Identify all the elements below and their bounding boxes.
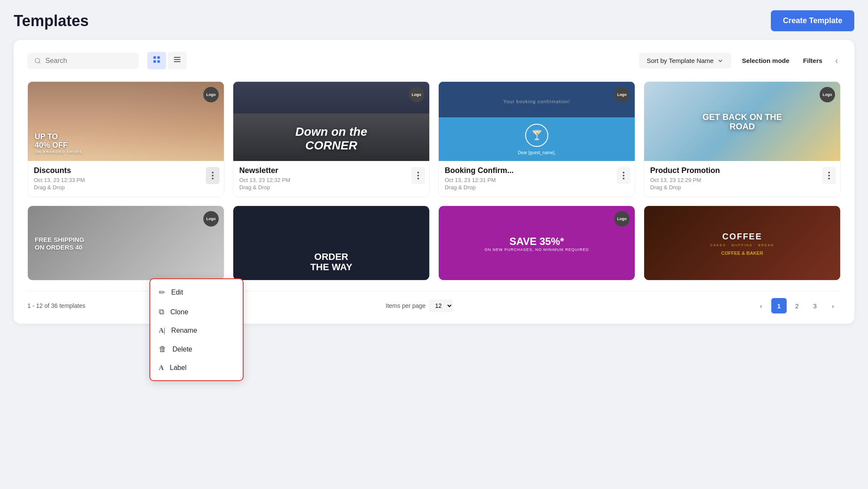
selection-mode-button[interactable]: Selection mode — [738, 53, 793, 69]
page-2-button[interactable]: 2 — [789, 298, 805, 313]
template-card-discounts: UP TO40% OFF ON BRANDED SHOES Logo Disco… — [27, 81, 224, 197]
grid-view-button[interactable] — [147, 52, 166, 69]
list-view-button[interactable] — [168, 52, 187, 69]
label-icon: A — [159, 364, 164, 372]
svg-line-1 — [39, 62, 40, 63]
card-info: Newsletter Oct 13, 23 12:32 PM Drag & Dr… — [233, 161, 429, 197]
card-date: Oct 13, 23 12:32 PM — [239, 177, 423, 183]
items-per-page-label: Items per page — [386, 302, 425, 309]
next-page-button[interactable]: › — [825, 298, 841, 313]
card-type: Drag & Drop — [239, 184, 423, 191]
prev-page-button[interactable]: ‹ — [753, 298, 769, 313]
context-menu-rename[interactable]: A| Rename — [150, 322, 243, 340]
card-info: Booking Confirm... Oct 13, 23 12:31 PM D… — [439, 161, 635, 197]
edit-icon: ✏ — [159, 288, 165, 297]
card-info: Product Promotion Oct 13, 23 12:29 PM Dr… — [644, 161, 840, 197]
template-card-coffee: COFFEE CAKES · MUFFINS · BREAD COFFEE & … — [644, 206, 841, 280]
pagination: ‹ 1 2 3 › — [753, 298, 841, 313]
toolbar: Sort by Template Name Selection mode Fil… — [27, 52, 841, 69]
logo-badge: Logo — [614, 87, 630, 102]
svg-point-0 — [35, 58, 40, 63]
view-toggles — [147, 52, 187, 69]
card-date: Oct 13, 23 12:29 PM — [650, 177, 834, 183]
logo-badge: Logo — [614, 211, 630, 227]
context-menu-rename-label: Rename — [171, 327, 197, 334]
items-per-page: Items per page 12 24 48 — [386, 299, 453, 312]
page-3-button[interactable]: 3 — [807, 298, 823, 313]
template-card-promo: GET BACK ON THEROAD Logo Product Promoti… — [644, 81, 841, 197]
per-page-select[interactable]: 12 24 48 — [429, 299, 453, 312]
booking-icon: 🍸 — [525, 124, 548, 147]
search-icon — [34, 57, 41, 65]
sort-label: Sort by Template Name — [647, 57, 713, 64]
sort-button[interactable]: Sort by Template Name — [639, 53, 731, 69]
logo-badge: Logo — [820, 87, 835, 102]
footer-count: 1 - 12 of 36 templates — [27, 302, 85, 309]
search-box — [27, 53, 139, 69]
card-name: Newsletter — [239, 166, 423, 175]
svg-rect-5 — [158, 60, 160, 63]
logo-badge: Logo — [203, 211, 219, 227]
card-date: Oct 13, 23 12:33 PM — [34, 177, 218, 183]
context-menu-label-label: Label — [170, 364, 187, 372]
templates-grid: UP TO40% OFF ON BRANDED SHOES Logo Disco… — [27, 81, 841, 280]
collapse-panel-button[interactable]: ‹ — [832, 53, 841, 68]
template-card-newsletter: Down on theCORNER Logo Newsletter Oct 13… — [233, 81, 430, 197]
context-menu-delete-label: Delete — [172, 346, 192, 353]
template-card-dark2: ORDERTHE WAY — [233, 206, 430, 280]
card-name: Discounts — [34, 166, 218, 175]
card-menu-button-newsletter[interactable] — [411, 167, 425, 184]
card-date: Oct 13, 23 12:31 PM — [445, 177, 629, 183]
svg-rect-4 — [154, 60, 156, 63]
context-menu-label[interactable]: A Label — [150, 359, 243, 377]
context-menu: ✏ Edit ⧉ Clone A| Rename 🗑 Delete A Labe… — [149, 278, 244, 381]
card-type: Drag & Drop — [445, 184, 629, 191]
page-header: Templates Create Template — [14, 10, 854, 31]
card-type: Drag & Drop — [650, 184, 834, 191]
context-menu-edit[interactable]: ✏ Edit — [150, 283, 243, 302]
context-menu-delete[interactable]: 🗑 Delete — [150, 340, 243, 359]
clone-icon: ⧉ — [159, 307, 164, 316]
delete-icon: 🗑 — [159, 345, 166, 354]
card-name: Product Promotion — [650, 166, 834, 175]
context-menu-edit-label: Edit — [171, 289, 183, 296]
template-card-booking: Your booking confirmation! 🍸 Dear [guest… — [438, 81, 635, 197]
main-panel: Sort by Template Name Selection mode Fil… — [14, 40, 854, 324]
card-menu-button-discounts[interactable] — [206, 167, 220, 184]
card-menu-button-promo[interactable] — [822, 167, 836, 184]
page-title: Templates — [14, 12, 89, 30]
create-template-button[interactable]: Create Template — [771, 10, 854, 31]
card-type: Drag & Drop — [34, 184, 218, 191]
logo-badge: Logo — [203, 87, 219, 102]
context-menu-clone-label: Clone — [170, 308, 188, 316]
card-info: Discounts Oct 13, 23 12:33 PM Drag & Dro… — [28, 161, 224, 197]
svg-rect-2 — [154, 57, 156, 59]
rename-icon: A| — [159, 327, 165, 334]
context-menu-clone[interactable]: ⧉ Clone — [150, 302, 243, 322]
card-menu-button-booking[interactable] — [617, 167, 630, 184]
card-name: Booking Confirm... — [445, 166, 629, 175]
logo-badge: Logo — [409, 87, 424, 102]
page-1-button[interactable]: 1 — [771, 298, 787, 313]
svg-rect-3 — [158, 57, 160, 59]
search-input[interactable] — [45, 57, 132, 65]
template-card-save: Logo SAVE 35%* ON NEW PURCHASES, NO MINI… — [438, 206, 635, 280]
filters-button[interactable]: Filters — [800, 53, 826, 69]
template-card-shipping: Logo FREE SHIPPINGON ORDERS 40 — [27, 206, 224, 280]
